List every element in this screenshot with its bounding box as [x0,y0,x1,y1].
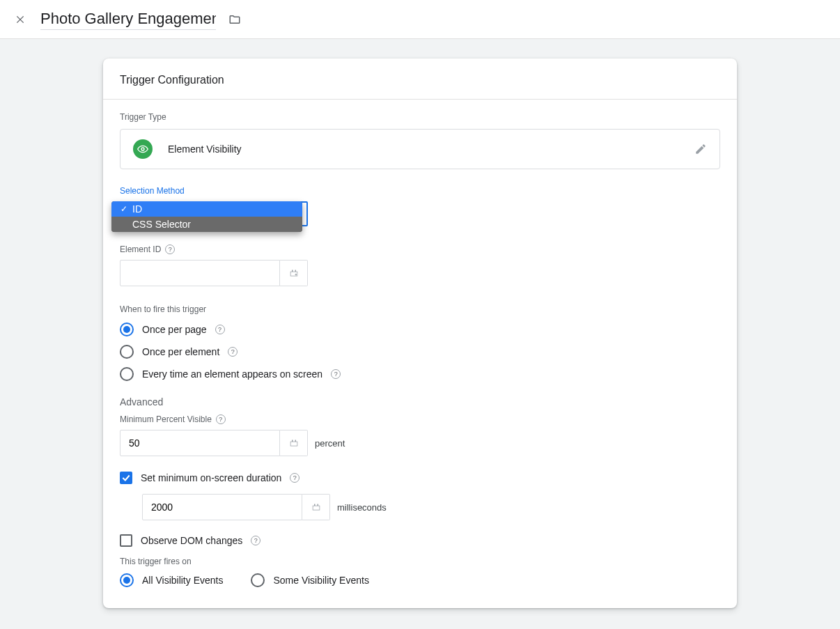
help-icon[interactable]: ? [251,536,260,545]
fires-on-label: This trigger fires on [120,557,720,566]
variable-picker-button[interactable] [280,260,308,286]
min-duration-unit: milliseconds [337,502,387,513]
element-id-label-row: Element ID ? [120,244,720,254]
help-icon[interactable]: ? [331,369,341,379]
min-duration-input[interactable] [142,494,302,520]
min-percent-label-row: Minimum Percent Visible ? [120,414,720,424]
lego-icon [288,437,300,449]
variable-picker-button[interactable] [280,430,308,456]
eye-icon [133,139,153,159]
radio-indicator [120,323,134,336]
trigger-type-row[interactable]: Element Visibility [120,129,720,169]
checkbox[interactable] [120,534,132,547]
lego-icon [310,501,322,513]
min-percent-label: Minimum Percent Visible [120,414,212,424]
folder-icon[interactable] [228,13,241,26]
help-icon[interactable]: ? [216,414,226,424]
element-id-label: Element ID [120,244,161,254]
svg-point-2 [141,148,144,150]
radio-indicator [120,367,134,381]
radio-indicator [251,573,265,587]
variable-picker-button[interactable] [302,494,330,520]
radio-label: Once per element [142,346,219,357]
trigger-type-label: Trigger Type [120,112,720,122]
check-icon: ✓ [118,204,130,214]
stage: Trigger Configuration Trigger Type Eleme… [0,39,840,629]
selection-method-dropdown: ✓ ID CSS Selector [111,201,302,232]
radio-indicator [120,573,134,587]
help-icon[interactable]: ? [290,473,300,483]
checkbox[interactable] [120,472,132,484]
radio-label: All Visibility Events [142,575,223,586]
help-icon[interactable]: ? [215,325,225,334]
radio-label: Every time an element appears on screen [142,368,322,380]
when-fire-label: When to fire this trigger [120,304,720,314]
lego-icon [288,267,300,279]
radio-once-per-page[interactable]: Once per page ? [120,323,720,336]
dropdown-option-css-selector[interactable]: CSS Selector [111,217,302,232]
radio-all-visibility[interactable]: All Visibility Events [120,573,223,587]
radio-indicator [120,345,134,359]
radio-some-visibility[interactable]: Some Visibility Events [251,573,368,587]
min-duration-checkbox-row[interactable]: Set minimum on-screen duration ? [120,472,720,484]
dropdown-option-label: ID [132,203,142,215]
trigger-name-input[interactable] [40,8,216,30]
top-bar [0,0,840,39]
close-icon[interactable] [15,15,25,24]
radio-every-time[interactable]: Every time an element appears on screen … [120,367,720,381]
min-percent-input[interactable] [120,430,280,456]
dropdown-option-id[interactable]: ✓ ID [111,201,302,217]
element-id-input[interactable] [120,260,280,286]
radio-label: Once per page [142,324,207,335]
pencil-icon[interactable] [694,143,707,155]
config-card: Trigger Configuration Trigger Type Eleme… [103,59,737,608]
observe-dom-label: Observe DOM changes [141,535,242,546]
min-duration-label: Set minimum on-screen duration [141,472,281,483]
selection-method-label: Selection Method [120,186,720,196]
radio-once-per-element[interactable]: Once per element ? [120,345,720,359]
observe-dom-checkbox-row[interactable]: Observe DOM changes ? [120,534,720,547]
dropdown-option-label: CSS Selector [132,219,191,230]
card-title: Trigger Configuration [103,59,737,100]
min-percent-unit: percent [315,438,345,449]
help-icon[interactable]: ? [165,244,175,254]
help-icon[interactable]: ? [228,347,238,357]
trigger-type-value: Element Visibility [168,143,694,155]
radio-label: Some Visibility Events [273,575,368,586]
advanced-label: Advanced [120,396,720,407]
